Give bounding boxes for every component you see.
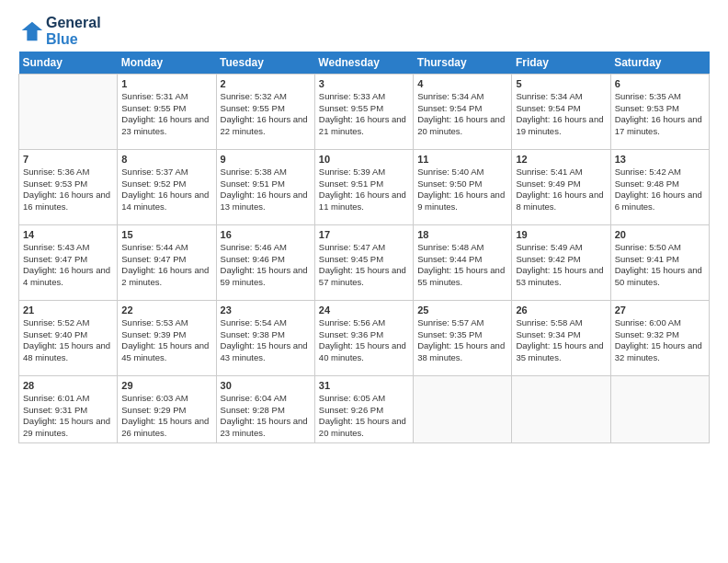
daylight-text: Daylight: 15 hours and 45 minutes. [121, 340, 209, 362]
daylight-text: Daylight: 15 hours and 53 minutes. [516, 265, 603, 287]
sunrise-text: Sunrise: 5:44 AM [121, 242, 188, 252]
day-number: 19 [516, 229, 527, 240]
calendar-cell: 21Sunrise: 5:52 AMSunset: 9:40 PMDayligh… [19, 301, 118, 376]
day-number: 6 [615, 78, 620, 89]
calendar-cell: 29Sunrise: 6:03 AMSunset: 9:29 PMDayligh… [118, 376, 216, 443]
calendar-cell: 6Sunrise: 5:35 AMSunset: 9:53 PMDaylight… [610, 75, 709, 150]
daylight-text: Daylight: 16 hours and 13 minutes. [221, 190, 308, 212]
sunset-text: Sunset: 9:34 PM [516, 329, 580, 339]
sunrise-text: Sunrise: 5:38 AM [221, 167, 287, 177]
calendar-cell: 3Sunrise: 5:33 AMSunset: 9:55 PMDaylight… [314, 75, 413, 150]
sunset-text: Sunset: 9:44 PM [417, 254, 482, 264]
header: General Blue [18, 15, 710, 48]
sunrise-text: Sunrise: 5:33 AM [319, 91, 385, 101]
sunrise-text: Sunrise: 5:36 AM [23, 167, 89, 177]
daylight-text: Daylight: 15 hours and 26 minutes. [121, 416, 209, 438]
sunrise-text: Sunrise: 5:46 AM [221, 242, 287, 252]
calendar-week-1: 1Sunrise: 5:31 AMSunset: 9:55 PMDaylight… [19, 75, 710, 150]
sunset-text: Sunset: 9:35 PM [417, 329, 482, 339]
daylight-text: Daylight: 16 hours and 6 minutes. [615, 190, 702, 212]
sunset-text: Sunset: 9:51 PM [221, 178, 285, 189]
daylight-text: Daylight: 16 hours and 17 minutes. [615, 114, 702, 136]
day-number: 31 [319, 380, 330, 391]
calendar-cell: 10Sunrise: 5:39 AMSunset: 9:51 PMDayligh… [314, 150, 413, 225]
sunrise-text: Sunrise: 5:50 AM [615, 242, 681, 252]
daylight-text: Daylight: 15 hours and 23 minutes. [221, 416, 308, 438]
calendar-cell: 9Sunrise: 5:38 AMSunset: 9:51 PMDaylight… [216, 150, 314, 225]
daylight-text: Daylight: 16 hours and 22 minutes. [221, 114, 308, 136]
sunrise-text: Sunrise: 6:05 AM [319, 393, 385, 403]
calendar-cell: 26Sunrise: 5:58 AMSunset: 9:34 PMDayligh… [512, 301, 610, 376]
day-number: 4 [417, 78, 423, 89]
sunrise-text: Sunrise: 5:43 AM [23, 242, 89, 252]
sunset-text: Sunset: 9:50 PM [417, 178, 482, 189]
day-number: 21 [23, 304, 34, 316]
calendar-cell: 8Sunrise: 5:37 AMSunset: 9:52 PMDaylight… [118, 150, 216, 225]
sunrise-text: Sunrise: 5:37 AM [121, 167, 188, 177]
day-number: 15 [121, 229, 132, 240]
calendar-week-5: 28Sunrise: 6:01 AMSunset: 9:31 PMDayligh… [19, 376, 710, 443]
daylight-text: Daylight: 16 hours and 19 minutes. [516, 114, 603, 136]
calendar-cell [414, 376, 512, 443]
day-number: 7 [23, 154, 28, 165]
sunrise-text: Sunrise: 5:49 AM [516, 242, 582, 252]
daylight-text: Daylight: 15 hours and 29 minutes. [23, 416, 110, 438]
weekday-header-tuesday: Tuesday [216, 52, 314, 75]
daylight-text: Daylight: 16 hours and 21 minutes. [319, 114, 406, 136]
logo-icon [18, 18, 44, 44]
day-number: 17 [319, 229, 330, 240]
calendar-cell: 27Sunrise: 6:00 AMSunset: 9:32 PMDayligh… [610, 301, 709, 376]
sunset-text: Sunset: 9:48 PM [615, 178, 679, 189]
daylight-text: Daylight: 16 hours and 11 minutes. [319, 190, 406, 212]
daylight-text: Daylight: 15 hours and 50 minutes. [615, 265, 702, 287]
day-number: 20 [615, 229, 626, 240]
day-number: 16 [221, 229, 232, 240]
day-number: 1 [121, 78, 127, 89]
sunrise-text: Sunrise: 5:58 AM [516, 317, 582, 327]
sunrise-text: Sunrise: 5:56 AM [319, 317, 385, 327]
sunset-text: Sunset: 9:55 PM [221, 103, 285, 113]
daylight-text: Daylight: 15 hours and 43 minutes. [221, 340, 308, 362]
sunrise-text: Sunrise: 5:54 AM [221, 317, 287, 327]
calendar-cell: 22Sunrise: 5:53 AMSunset: 9:39 PMDayligh… [118, 301, 216, 376]
day-number: 24 [319, 304, 330, 316]
calendar-cell: 17Sunrise: 5:47 AMSunset: 9:45 PMDayligh… [314, 225, 413, 301]
day-number: 12 [516, 154, 527, 165]
sunset-text: Sunset: 9:32 PM [615, 329, 679, 339]
sunrise-text: Sunrise: 5:31 AM [121, 91, 188, 101]
sunrise-text: Sunrise: 6:01 AM [23, 393, 89, 403]
weekday-header-monday: Monday [118, 52, 216, 75]
sunset-text: Sunset: 9:53 PM [23, 178, 87, 189]
daylight-text: Daylight: 16 hours and 2 minutes. [121, 265, 209, 287]
calendar-cell: 24Sunrise: 5:56 AMSunset: 9:36 PMDayligh… [314, 301, 413, 376]
calendar-cell: 28Sunrise: 6:01 AMSunset: 9:31 PMDayligh… [19, 376, 118, 443]
sunset-text: Sunset: 9:52 PM [121, 178, 186, 189]
sunset-text: Sunset: 9:49 PM [516, 178, 580, 189]
calendar-week-3: 14Sunrise: 5:43 AMSunset: 9:47 PMDayligh… [19, 225, 710, 301]
daylight-text: Daylight: 16 hours and 8 minutes. [516, 190, 603, 212]
sunset-text: Sunset: 9:29 PM [121, 405, 186, 415]
day-number: 26 [516, 304, 527, 316]
sunset-text: Sunset: 9:54 PM [417, 103, 482, 113]
day-number: 27 [615, 304, 626, 316]
calendar-cell [512, 376, 610, 443]
sunrise-text: Sunrise: 5:35 AM [615, 91, 681, 101]
sunrise-text: Sunrise: 5:34 AM [417, 91, 483, 101]
sunset-text: Sunset: 9:54 PM [516, 103, 580, 113]
calendar-cell: 2Sunrise: 5:32 AMSunset: 9:55 PMDaylight… [216, 75, 314, 150]
sunrise-text: Sunrise: 5:42 AM [615, 167, 681, 177]
sunset-text: Sunset: 9:28 PM [221, 405, 285, 415]
day-number: 22 [121, 304, 132, 316]
sunset-text: Sunset: 9:46 PM [221, 254, 285, 264]
weekday-header-saturday: Saturday [610, 52, 709, 75]
weekday-header-sunday: Sunday [19, 52, 118, 75]
sunrise-text: Sunrise: 5:40 AM [417, 167, 483, 177]
day-number: 23 [221, 304, 232, 316]
sunrise-text: Sunrise: 5:41 AM [516, 167, 582, 177]
day-number: 2 [221, 78, 226, 89]
sunrise-text: Sunrise: 5:48 AM [417, 242, 483, 252]
sunset-text: Sunset: 9:26 PM [319, 405, 383, 415]
calendar-cell: 20Sunrise: 5:50 AMSunset: 9:41 PMDayligh… [610, 225, 709, 301]
weekday-header-row: SundayMondayTuesdayWednesdayThursdayFrid… [19, 52, 710, 75]
day-number: 30 [221, 380, 232, 391]
